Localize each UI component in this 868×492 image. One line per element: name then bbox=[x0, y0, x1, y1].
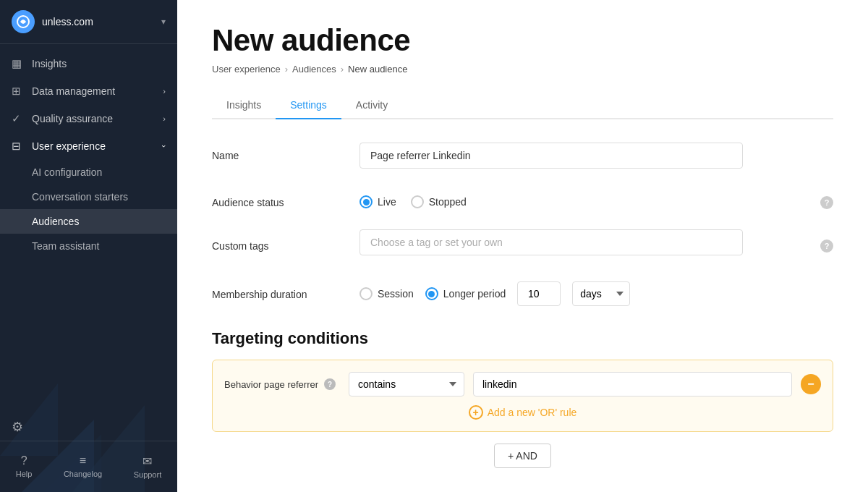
org-logo bbox=[12, 10, 35, 33]
name-label: Name bbox=[212, 143, 342, 161]
status-stopped-option[interactable]: Stopped bbox=[411, 195, 467, 208]
breadcrumb-audiences[interactable]: Audiences bbox=[292, 64, 336, 75]
custom-tags-control bbox=[359, 229, 803, 255]
name-control bbox=[359, 143, 833, 169]
tab-bar: Insights Settings Activity bbox=[212, 92, 833, 119]
condition-block: Behavior page referrer ? contains does n… bbox=[212, 360, 833, 432]
status-radio-group: Live Stopped bbox=[359, 190, 803, 208]
name-row: Name bbox=[212, 143, 833, 169]
condition-help-icon[interactable]: ? bbox=[324, 378, 336, 390]
status-label: Audience status bbox=[212, 190, 342, 208]
membership-label: Membership duration bbox=[212, 281, 342, 300]
condition-value-input[interactable] bbox=[473, 372, 792, 396]
and-label: + AND bbox=[508, 450, 537, 462]
breadcrumb-sep: › bbox=[285, 64, 288, 75]
user-experience-icon: ⊟ bbox=[12, 140, 25, 153]
or-circle-icon: + bbox=[469, 405, 483, 420]
session-label: Session bbox=[378, 288, 414, 300]
targeting-section: Targeting conditions Behavior page refer… bbox=[212, 329, 833, 468]
support-button[interactable]: ✉ Support bbox=[128, 451, 168, 482]
sidebar-sub-item-audiences[interactable]: Audiences bbox=[0, 209, 177, 234]
support-label: Support bbox=[134, 470, 162, 479]
org-switcher[interactable]: unless.com ▾ bbox=[0, 0, 177, 44]
session-radio[interactable] bbox=[359, 287, 373, 300]
insights-icon: ▦ bbox=[12, 57, 25, 70]
quality-assurance-icon: ✓ bbox=[12, 112, 25, 125]
tab-activity[interactable]: Activity bbox=[341, 92, 402, 119]
breadcrumb-new-audience: New audience bbox=[348, 64, 407, 75]
sidebar-footer: ? Help ≡ Changelog ✉ Support bbox=[0, 441, 177, 492]
custom-tags-input[interactable] bbox=[359, 229, 743, 255]
status-live-option[interactable]: Live bbox=[359, 195, 396, 208]
data-management-icon: ⊞ bbox=[12, 85, 25, 98]
tab-settings[interactable]: Settings bbox=[276, 92, 341, 119]
stopped-label: Stopped bbox=[429, 196, 467, 208]
sub-item-label: Conversation starters bbox=[32, 191, 128, 203]
live-label: Live bbox=[378, 196, 396, 208]
duration-group: Session Longer period days hours weeks bbox=[359, 276, 833, 306]
page-title: New audience bbox=[212, 23, 833, 58]
tab-insights[interactable]: Insights bbox=[212, 92, 276, 119]
sub-item-label: AI configuration bbox=[32, 166, 102, 178]
longer-radio[interactable] bbox=[425, 287, 438, 300]
sidebar-item-quality-assurance[interactable]: ✓ Quality assurance › bbox=[0, 105, 177, 132]
or-rule-row: + Add a new 'OR' rule bbox=[224, 405, 821, 420]
custom-tags-help-icon[interactable]: ? bbox=[820, 239, 833, 253]
duration-session-option[interactable]: Session bbox=[359, 287, 414, 300]
condition-row: Behavior page referrer ? contains does n… bbox=[224, 372, 821, 396]
sidebar-nav: ▦ Insights ⊞ Data management › ✓ Quality… bbox=[0, 44, 177, 416]
live-radio[interactable] bbox=[359, 195, 373, 208]
breadcrumb-user-experience[interactable]: User experience bbox=[212, 64, 281, 75]
chevron-down-icon: › bbox=[163, 114, 166, 123]
settings-form: Name Audience status Live bbox=[212, 143, 833, 306]
add-and-button[interactable]: + AND bbox=[494, 444, 551, 468]
name-input[interactable] bbox=[359, 143, 743, 169]
status-row: Audience status Live Stopped ? bbox=[212, 189, 833, 209]
sidebar-sub-item-ai-configuration[interactable]: AI configuration bbox=[0, 160, 177, 184]
settings-button[interactable]: ⚙ bbox=[12, 419, 166, 435]
sidebar-item-label: Quality assurance bbox=[32, 113, 113, 124]
status-help-icon[interactable]: ? bbox=[820, 196, 833, 209]
sidebar-item-insights[interactable]: ▦ Insights bbox=[0, 50, 177, 77]
org-chevron-icon: ▾ bbox=[161, 17, 166, 27]
help-icon: ? bbox=[21, 454, 27, 467]
remove-condition-button[interactable]: − bbox=[801, 374, 821, 394]
status-control: Live Stopped bbox=[359, 190, 803, 208]
duration-longer-option[interactable]: Longer period bbox=[425, 287, 506, 300]
org-name: unless.com bbox=[42, 16, 154, 27]
help-label: Help bbox=[16, 470, 33, 478]
custom-tags-label: Custom tags bbox=[212, 233, 342, 252]
or-rule-label: Add a new 'OR' rule bbox=[488, 407, 577, 418]
sidebar-item-user-experience[interactable]: ⊟ User experience › bbox=[0, 132, 177, 160]
chevron-down-icon: › bbox=[163, 87, 166, 96]
changelog-button[interactable]: ≡ Changelog bbox=[58, 451, 108, 482]
breadcrumb: User experience › Audiences › New audien… bbox=[212, 64, 833, 75]
main-panel: New audience User experience › Audiences… bbox=[177, 0, 868, 492]
condition-label: Behavior page referrer ? bbox=[224, 378, 340, 390]
sidebar-sub-item-conversation-starters[interactable]: Conversation starters bbox=[0, 184, 177, 209]
sidebar-item-data-management[interactable]: ⊞ Data management › bbox=[0, 77, 177, 105]
duration-value-input[interactable] bbox=[517, 281, 561, 306]
changelog-icon: ≡ bbox=[80, 454, 86, 467]
targeting-title: Targeting conditions bbox=[212, 329, 833, 348]
membership-row: Membership duration Session Longer perio… bbox=[212, 276, 833, 306]
operator-select[interactable]: contains does not contain equals starts … bbox=[349, 372, 464, 396]
membership-control: Session Longer period days hours weeks bbox=[359, 276, 833, 306]
sub-item-label: Audiences bbox=[32, 216, 79, 227]
sidebar-item-label: User experience bbox=[32, 140, 106, 152]
support-icon: ✉ bbox=[142, 454, 152, 468]
add-or-rule-button[interactable]: + Add a new 'OR' rule bbox=[469, 405, 577, 420]
condition-label-text: Behavior page referrer bbox=[224, 379, 318, 390]
sidebar: unless.com ▾ ▦ Insights ⊞ Data managemen… bbox=[0, 0, 177, 492]
custom-tags-row: Custom tags ? bbox=[212, 229, 833, 255]
sidebar-item-label: Insights bbox=[32, 58, 67, 69]
sidebar-sub-item-team-assistant[interactable]: Team assistant bbox=[0, 234, 177, 258]
sidebar-item-label: Data management bbox=[32, 85, 115, 97]
breadcrumb-sep: › bbox=[341, 64, 344, 75]
duration-unit-select[interactable]: days hours weeks bbox=[572, 281, 630, 306]
stopped-radio[interactable] bbox=[411, 195, 424, 208]
changelog-label: Changelog bbox=[64, 470, 102, 478]
chevron-up-icon: › bbox=[160, 145, 169, 148]
longer-label: Longer period bbox=[443, 288, 506, 300]
help-button[interactable]: ? Help bbox=[10, 451, 38, 482]
